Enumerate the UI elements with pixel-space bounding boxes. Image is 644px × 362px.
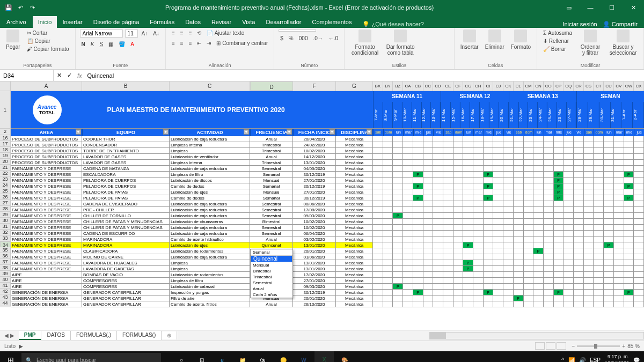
schedule-cell[interactable] bbox=[604, 278, 614, 284]
schedule-cell[interactable] bbox=[443, 154, 453, 160]
format-icon[interactable] bbox=[514, 29, 527, 42]
schedule-cell[interactable] bbox=[473, 278, 484, 284]
schedule-cell[interactable] bbox=[453, 154, 464, 160]
schedule-cell[interactable] bbox=[584, 231, 594, 237]
schedule-cell[interactable] bbox=[584, 290, 594, 295]
cell[interactable]: Anual bbox=[250, 237, 293, 242]
cell[interactable]: PROCESO DE SUBPRODUCTOS bbox=[11, 160, 82, 166]
cell[interactable]: Bimestral bbox=[250, 219, 293, 225]
schedule-cell[interactable] bbox=[493, 231, 503, 237]
schedule-cell[interactable] bbox=[554, 136, 564, 142]
schedule-cell[interactable] bbox=[514, 201, 524, 207]
schedule-cell[interactable] bbox=[574, 136, 584, 142]
dec-decimal-icon[interactable]: ←.0 bbox=[327, 35, 340, 42]
schedule-cell[interactable] bbox=[403, 266, 413, 272]
schedule-cell[interactable] bbox=[413, 254, 423, 260]
schedule-cell[interactable] bbox=[533, 195, 544, 201]
schedule-cell[interactable] bbox=[624, 242, 634, 248]
schedule-cell[interactable] bbox=[423, 284, 434, 290]
schedule-cell[interactable] bbox=[574, 225, 584, 231]
schedule-cell[interactable] bbox=[413, 189, 423, 195]
cell[interactable]: COMPRESORES bbox=[82, 278, 170, 284]
schedule-cell[interactable] bbox=[473, 136, 484, 142]
autosum-button[interactable]: Σ Autosuma bbox=[541, 29, 574, 36]
schedule-cell[interactable] bbox=[383, 254, 393, 260]
schedule-cell[interactable]: P bbox=[554, 189, 564, 195]
cell[interactable]: Lubricación de cabezal bbox=[170, 284, 250, 290]
schedule-cell[interactable] bbox=[403, 172, 413, 178]
schedule-cell[interactable] bbox=[373, 219, 383, 225]
schedule-cell[interactable] bbox=[524, 242, 534, 248]
cell[interactable]: FAENAMIENTO Y DESPRESE bbox=[11, 231, 82, 237]
schedule-cell[interactable] bbox=[533, 260, 544, 266]
schedule-cell[interactable] bbox=[614, 136, 624, 142]
schedule-cell[interactable] bbox=[604, 260, 614, 266]
schedule-cell[interactable] bbox=[524, 254, 534, 260]
col-header[interactable]: CT bbox=[594, 82, 604, 91]
schedule-cell[interactable] bbox=[433, 178, 443, 183]
copy-button[interactable]: 📋 Copiar bbox=[25, 38, 71, 45]
dropdown-option[interactable]: Semanal bbox=[251, 249, 292, 255]
schedule-cell[interactable] bbox=[393, 195, 403, 201]
schedule-cell[interactable] bbox=[624, 272, 634, 278]
schedule-cell[interactable] bbox=[484, 178, 494, 183]
schedule-cell[interactable] bbox=[383, 136, 393, 142]
schedule-cell[interactable] bbox=[403, 219, 413, 225]
cell[interactable]: 09/03/2020 bbox=[293, 213, 336, 219]
cell[interactable]: PROCESO DE SUBPRODUCTOS bbox=[11, 136, 82, 142]
schedule-cell[interactable] bbox=[383, 160, 393, 166]
schedule-cell[interactable] bbox=[433, 207, 443, 213]
schedule-cell[interactable] bbox=[423, 195, 434, 201]
schedule-cell[interactable] bbox=[584, 225, 594, 231]
table-header[interactable]: ÁREA▾ bbox=[11, 129, 82, 136]
schedule-cell[interactable] bbox=[524, 225, 534, 231]
schedule-cell[interactable] bbox=[484, 225, 494, 231]
cancel-formula-icon[interactable]: ✕ bbox=[57, 72, 62, 79]
schedule-cell[interactable] bbox=[373, 178, 383, 183]
schedule-cell[interactable] bbox=[614, 272, 624, 278]
schedule-cell[interactable] bbox=[634, 142, 644, 148]
share-button[interactable]: 👤 Compartir bbox=[603, 21, 638, 28]
schedule-cell[interactable] bbox=[594, 278, 604, 284]
cell[interactable]: FAENAMIENTO Y DESPRESE bbox=[11, 207, 82, 213]
schedule-cell[interactable] bbox=[423, 301, 434, 307]
cell[interactable]: Mecánica bbox=[336, 136, 373, 142]
schedule-cell[interactable] bbox=[564, 242, 574, 248]
row-header[interactable]: 1 bbox=[0, 91, 11, 129]
schedule-cell[interactable] bbox=[503, 272, 514, 278]
indent-dec-icon[interactable]: ⇤ bbox=[195, 40, 203, 47]
schedule-cell[interactable] bbox=[594, 213, 604, 219]
schedule-cell[interactable] bbox=[614, 260, 624, 266]
schedule-cell[interactable] bbox=[564, 154, 574, 160]
schedule-cell[interactable] bbox=[533, 219, 544, 225]
col-header[interactable]: CD bbox=[433, 82, 443, 91]
schedule-cell[interactable] bbox=[554, 154, 564, 160]
schedule-cell[interactable] bbox=[564, 142, 574, 148]
schedule-cell[interactable] bbox=[484, 295, 494, 301]
signin-link[interactable]: Iniciar sesión bbox=[562, 21, 597, 28]
select-all-corner[interactable] bbox=[0, 82, 11, 91]
schedule-cell[interactable] bbox=[373, 166, 383, 172]
schedule-cell[interactable] bbox=[493, 225, 503, 231]
schedule-cell[interactable] bbox=[624, 160, 634, 166]
schedule-cell[interactable] bbox=[493, 260, 503, 266]
schedule-cell[interactable] bbox=[433, 154, 443, 160]
schedule-cell[interactable] bbox=[413, 178, 423, 183]
align-mid-icon[interactable]: ≡ bbox=[179, 29, 185, 36]
cell[interactable]: Limpieza bbox=[170, 148, 250, 154]
align-bot-icon[interactable]: ≡ bbox=[187, 29, 194, 36]
schedule-cell[interactable]: P bbox=[604, 242, 614, 248]
cell[interactable]: Semestral bbox=[250, 225, 293, 231]
cell[interactable]: Lubricación de chumaceras bbox=[170, 219, 250, 225]
schedule-cell[interactable] bbox=[493, 160, 503, 166]
sheet-tab[interactable]: FORMULAS() bbox=[117, 331, 162, 340]
schedule-cell[interactable] bbox=[634, 260, 644, 266]
schedule-cell[interactable] bbox=[473, 272, 484, 278]
schedule-cell[interactable] bbox=[423, 295, 434, 301]
schedule-cell[interactable] bbox=[403, 178, 413, 183]
row-header[interactable]: 22 bbox=[0, 171, 11, 176]
schedule-cell[interactable] bbox=[614, 248, 624, 254]
table-row[interactable]: PROCESO DE SUBPRODUCTOSCONDENSADORLimpie… bbox=[11, 142, 644, 148]
schedule-cell[interactable] bbox=[584, 195, 594, 201]
schedule-cell[interactable]: P bbox=[624, 183, 634, 189]
